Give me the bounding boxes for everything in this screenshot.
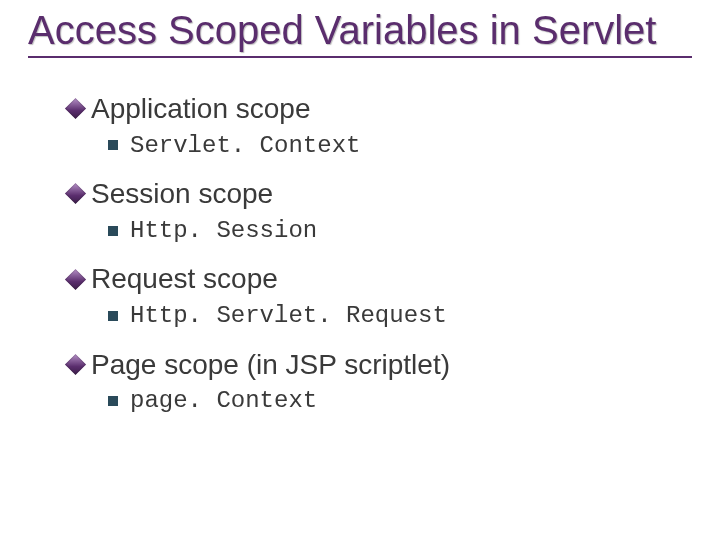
- square-bullet-icon: [108, 226, 118, 236]
- list-subitem: page. Context: [108, 387, 692, 415]
- list-item: Application scope: [68, 92, 692, 126]
- item-heading: Application scope: [91, 92, 310, 126]
- list-subitem: Http. Session: [108, 217, 692, 245]
- list-item: Session scope: [68, 177, 692, 211]
- list-item: Request scope: [68, 262, 692, 296]
- square-bullet-icon: [108, 140, 118, 150]
- square-bullet-icon: [108, 311, 118, 321]
- list-item: Page scope (in JSP scriptlet): [68, 348, 692, 382]
- item-heading: Session scope: [91, 177, 273, 211]
- slide-title: Access Scoped Variables in Servlet: [28, 8, 692, 52]
- list-subitem: Http. Servlet. Request: [108, 302, 692, 330]
- diamond-bullet-icon: [65, 354, 86, 375]
- item-heading: Request scope: [91, 262, 278, 296]
- diamond-bullet-icon: [65, 183, 86, 204]
- item-code: Http. Session: [130, 217, 317, 245]
- item-code: Http. Servlet. Request: [130, 302, 447, 330]
- slide: Access Scoped Variables in Servlet Appli…: [0, 0, 720, 540]
- item-code: page. Context: [130, 387, 317, 415]
- item-heading: Page scope (in JSP scriptlet): [91, 348, 450, 382]
- title-underline: [28, 56, 692, 58]
- square-bullet-icon: [108, 396, 118, 406]
- item-code: Servlet. Context: [130, 132, 360, 160]
- list-subitem: Servlet. Context: [108, 132, 692, 160]
- slide-content: Application scope Servlet. Context Sessi…: [28, 92, 692, 415]
- diamond-bullet-icon: [65, 269, 86, 290]
- diamond-bullet-icon: [65, 98, 86, 119]
